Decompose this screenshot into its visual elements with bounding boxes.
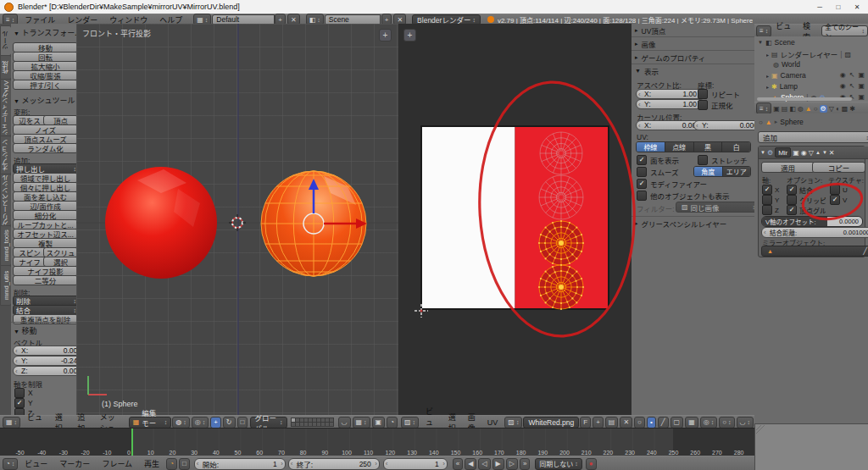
outliner-item-label[interactable]: Camera <box>781 71 806 80</box>
render-toggle-icon[interactable]: ▣ <box>858 93 865 101</box>
next-keyframe-button[interactable]: ▷ <box>506 458 518 470</box>
shelf-tab-options[interactable]: オプション <box>0 135 12 174</box>
uv-island-mode-button[interactable]: ▦ <box>685 417 698 429</box>
image-new-button[interactable]: + <box>593 417 604 429</box>
shelf-tab-create[interactable]: 作成 <box>0 55 12 80</box>
outliner-row-scene[interactable]: ▼ ◧ Scene <box>758 38 795 47</box>
bisect-button[interactable]: 二等分 <box>13 275 78 285</box>
modifier-render-toggle-icon[interactable]: ▣ <box>793 149 799 157</box>
panel-gpencil[interactable]: ▸ グリースペンシルレイヤー <box>632 216 754 229</box>
fake-user-button[interactable]: F <box>580 417 591 429</box>
menu-timeline-play[interactable]: 再生 <box>138 458 165 469</box>
panel-image[interactable]: ▸ 画像 <box>632 37 754 51</box>
modifier-up-icon[interactable]: ▲ <box>815 150 821 155</box>
render-toggle-icon[interactable]: ▣ <box>858 71 865 79</box>
uv-face-mode-button[interactable]: ▢ <box>670 417 684 429</box>
modifier-name-field[interactable]: Mir <box>775 147 791 158</box>
menu-timeline-frame[interactable]: フレーム <box>96 458 138 469</box>
prev-keyframe-button[interactable]: ◀ <box>465 458 476 470</box>
texture-u-checkbox[interactable] <box>830 185 840 195</box>
tab-world-icon[interactable]: ◍ <box>798 105 804 113</box>
randomize-button[interactable]: ランダム化 <box>13 143 78 153</box>
timeline-canvas[interactable]: -50-40-30-20-100102030405060708090100110… <box>0 428 754 456</box>
select-toggle-icon[interactable]: ↖ <box>849 71 855 79</box>
layers-widget[interactable] <box>292 418 333 426</box>
tab-render-layers-icon[interactable]: ▤ <box>782 105 788 113</box>
clipping-checkbox[interactable] <box>787 195 797 205</box>
mirror-x-checkbox[interactable] <box>762 185 772 195</box>
outliner-row-render-layers[interactable]: ▸ ▤ レンダーレイヤー | ▨ <box>766 49 851 59</box>
tpanel-expand-button[interactable]: + <box>403 29 416 41</box>
layer-active-dot[interactable] <box>292 418 295 422</box>
maximize-button[interactable]: □ <box>829 1 848 13</box>
uv-proportional-button[interactable]: ○↕ <box>719 417 734 429</box>
uv-mode-dash[interactable]: 点線 <box>665 142 694 152</box>
shelf-tab-mmd-tools[interactable]: mmd_tools <box>0 225 12 266</box>
outliner-scope-select[interactable]: 全てのシーン ↕ <box>821 25 868 36</box>
opengl-render-button[interactable]: ▣ <box>372 417 386 429</box>
outliner-item-label[interactable]: レンダーレイヤー <box>781 49 838 59</box>
use-preview-range-button[interactable]: ◔ <box>166 458 177 470</box>
uv-mode-black[interactable]: 黒 <box>694 142 723 152</box>
editor-type-timeline-button[interactable]: ◔ ↕ <box>3 458 18 470</box>
tab-object-icon[interactable]: ▲ <box>805 105 812 113</box>
viewport-3d[interactable]: フロント・平行投影 (1) Sphere + <box>76 24 399 415</box>
hide-toggle-icon[interactable]: ◉ <box>840 71 846 79</box>
snap-element-button[interactable]: ▦ ↕ <box>353 417 370 429</box>
tab-material-icon[interactable]: ◐ <box>836 105 840 113</box>
tab-constraints-icon[interactable]: ○ <box>814 105 818 113</box>
shelf-tab-mmd-utils[interactable]: mmd_utils <box>0 265 12 306</box>
jump-end-button[interactable]: » <box>520 458 530 470</box>
menu-timeline-view[interactable]: ビュー <box>19 458 53 469</box>
manipulator-rotate-button[interactable]: ↻ <box>223 417 236 429</box>
repeat-checkbox[interactable] <box>698 89 708 99</box>
smooth-checkbox[interactable] <box>637 167 647 177</box>
area-resize-handle[interactable] <box>756 425 765 434</box>
push-pull-button[interactable]: 押す/引く <box>13 80 78 90</box>
tab-scene-icon[interactable]: ◧ <box>789 105 796 113</box>
eyedropper-icon[interactable]: ╱ <box>863 247 867 255</box>
jump-start-button[interactable]: « <box>453 458 463 470</box>
filter-select[interactable]: ▨ 同じ画像 ↕ <box>676 202 761 213</box>
show-faces-checkbox[interactable] <box>637 155 647 165</box>
uv-editor[interactable]: + <box>398 24 632 415</box>
merge-limit-field[interactable]: 結合距離:0.001000 <box>761 227 868 238</box>
menu-timeline-marker[interactable]: マーカー <box>53 458 96 469</box>
panel-game-properties[interactable]: ▸ ゲームのプロパティ <box>632 51 754 64</box>
apply-button[interactable]: 適用 <box>761 162 815 173</box>
opengl-render-anim-button[interactable]: ◔ <box>387 417 398 429</box>
sync-select[interactable]: 同期しない ↕ <box>535 458 582 470</box>
outliner-row-lamp[interactable]: ▸ ✱ Lamp <box>766 82 798 91</box>
orientation-select[interactable]: グローバル ↕ <box>250 417 287 429</box>
merge-checkbox[interactable] <box>787 185 797 195</box>
pin-icon[interactable]: ○ <box>759 119 763 126</box>
expand-icon[interactable]: ▼ <box>758 40 763 45</box>
play-button[interactable]: ▶ <box>492 458 504 470</box>
image-browse-button[interactable]: ▨ ↕ <box>504 417 522 429</box>
expand-modifier-icon[interactable]: ▼ <box>760 150 765 155</box>
red-sphere-object[interactable] <box>105 167 217 279</box>
image-open-button[interactable]: ▤ <box>605 417 619 429</box>
tab-data-icon[interactable]: ▽ <box>829 105 834 113</box>
image-name-field[interactable]: WhiteRed.png <box>523 417 579 429</box>
snap-magnet-button[interactable]: ◡ <box>338 417 351 429</box>
panel-uv-vertex[interactable]: ▸ UV頂点 <box>632 24 754 37</box>
aspect-x-field[interactable]: X:1.00 <box>636 89 705 99</box>
v-offset-slider[interactable]: V軸のオフセット: 0.0000 <box>761 216 863 227</box>
uv-vertex-mode-button[interactable]: • <box>647 417 656 429</box>
outliner-row-world[interactable]: ◍ World <box>773 60 800 69</box>
expand-icon[interactable]: ▸ <box>766 73 769 79</box>
outliner-item-label[interactable]: Scene <box>775 38 795 47</box>
modifier-view-toggle-icon[interactable]: ◉ <box>801 149 807 157</box>
shelf-tab-tools[interactable]: ツール <box>0 25 12 56</box>
tab-modifiers-icon[interactable]: ⚙ <box>820 105 827 113</box>
editor-type-outliner-button[interactable]: ≡ ↕ <box>756 25 771 37</box>
tab-texture-icon[interactable]: ▩ <box>842 105 849 113</box>
mirror-z-checkbox[interactable] <box>762 205 772 215</box>
outliner-scrollbar[interactable] <box>757 97 852 101</box>
modifier-preview-checkbox[interactable] <box>637 179 647 189</box>
uv-edge-mode-button[interactable]: ╱ <box>658 417 669 429</box>
expand-icon[interactable]: ▸ <box>766 52 769 58</box>
outliner-item-label[interactable]: Lamp <box>780 82 798 91</box>
tab-render-icon[interactable]: ▣ <box>773 105 780 113</box>
